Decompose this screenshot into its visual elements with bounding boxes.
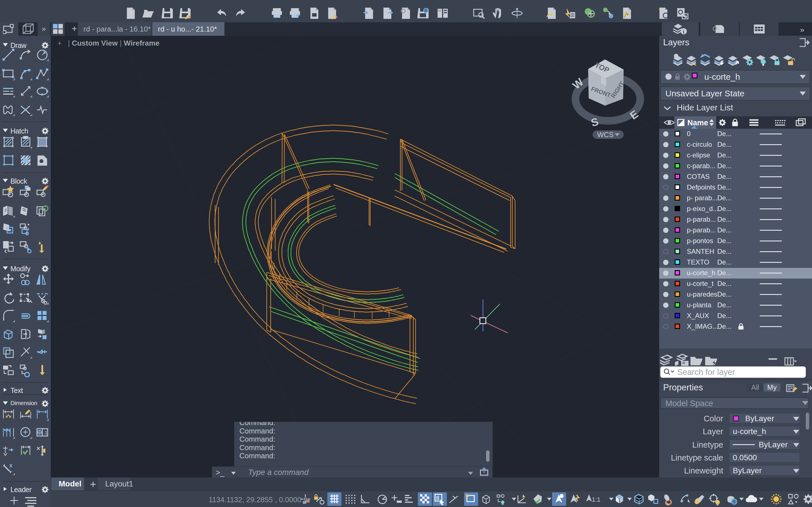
svg-text:i: i <box>683 29 684 35</box>
svg-text:1:1: 1:1 <box>592 496 601 503</box>
svg-text:.1: .1 <box>43 431 47 435</box>
svg-text:8: 8 <box>436 495 439 501</box>
svg-text:x: x <box>9 462 12 468</box>
